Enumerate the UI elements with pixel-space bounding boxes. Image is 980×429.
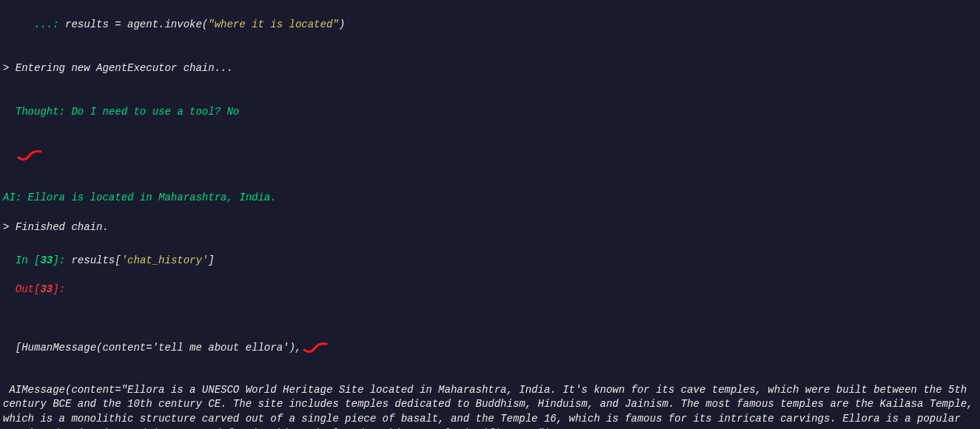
in-prompt-close: ]: [53,254,71,266]
out-prompt-close: ]: [53,283,65,295]
annotation-checkmark-icon [17,120,42,191]
code-text: results[ [71,254,121,266]
out-prompt-label: Out[ [16,283,41,295]
code-text: results = agent.invoke( [65,18,208,30]
string-literal: 'chat_history' [121,254,209,266]
repl-in-33: In [33]: results['chat_history'] [3,240,977,268]
output-ai-line: AI: Ellora is located in Maharashtra, In… [3,191,977,206]
prompt-continuation: ...: [16,18,65,30]
string-literal: "where it is located" [208,18,338,30]
code-text: ) [339,18,345,30]
repl-out-33: Out[33]: [3,268,977,297]
out33-line-1: [HumanMessage(content='tell me about ell… [3,297,977,383]
code-line-invoke: ...: results = agent.invoke("where it is… [3,3,977,32]
output-finished-chain: > Finished chain. [3,220,977,235]
out33-line-2: AIMessage(content="Ellora is a UNESCO Wo… [3,383,977,429]
code-text: ] [208,254,214,266]
output-thought-line: Thought: Do I need to use a tool? No [3,91,977,192]
out-prompt-number: 33 [40,283,53,295]
in-prompt-label: In [ [16,254,41,266]
in-prompt-number: 33 [40,254,53,266]
output-text: [HumanMessage(content='tell me about ell… [16,341,301,353]
thought-text: Thought: Do I need to use a tool? No [16,106,239,118]
output-entering-chain: > Entering new AgentExecutor chain... [3,61,977,76]
annotation-checkmark-icon [303,312,328,383]
